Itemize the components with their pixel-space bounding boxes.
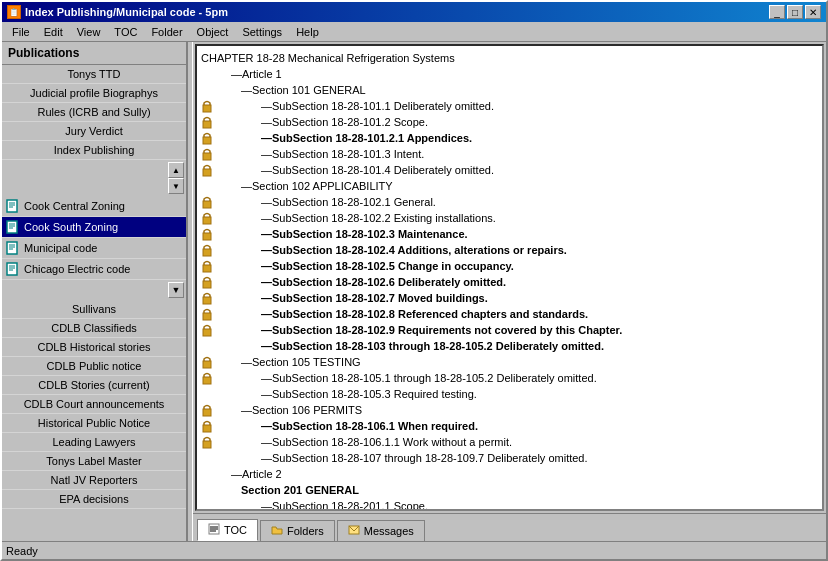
pub-item-jury[interactable]: Jury Verdict — [2, 122, 186, 141]
content-area[interactable]: CHAPTER 18-28 Mechanical Refrigeration S… — [195, 44, 824, 511]
locks-column — [201, 66, 221, 511]
chapter-header: CHAPTER 18-28 Mechanical Refrigeration S… — [201, 50, 818, 66]
tree-sub102-4[interactable]: —SubSection 18-28-102.4 Additions, alter… — [221, 242, 818, 258]
list-item-cdlb-classifieds[interactable]: CDLB Classifieds — [2, 319, 186, 338]
lock-icon — [201, 131, 213, 145]
nav-scroll-up-button[interactable]: ▲ — [168, 162, 184, 178]
menu-view[interactable]: View — [71, 24, 107, 40]
tree-section102[interactable]: —Section 102 APPLICABILITY — [221, 178, 818, 194]
menu-edit[interactable]: Edit — [38, 24, 69, 40]
list-item-cdlb-court[interactable]: CDLB Court announcements — [2, 395, 186, 414]
pub-item-tonys[interactable]: Tonys TTD — [2, 65, 186, 84]
svg-rect-31 — [203, 377, 211, 384]
tree-sub102-8[interactable]: —SubSection 18-28-102.8 Referenced chapt… — [221, 306, 818, 322]
tree-section101[interactable]: —Section 101 GENERAL — [221, 82, 818, 98]
right-panel: CHAPTER 18-28 Mechanical Refrigeration S… — [193, 42, 826, 541]
tab-folders[interactable]: Folders — [260, 520, 335, 541]
tree-section105[interactable]: —Section 105 TESTING — [221, 354, 818, 370]
menu-help[interactable]: Help — [290, 24, 325, 40]
tree-sub105-3[interactable]: —SubSection 18-28-105.3 Required testing… — [221, 386, 818, 402]
tree-sub102-2[interactable]: —SubSection 18-28-102.2 Existing install… — [221, 210, 818, 226]
svg-rect-27 — [203, 297, 211, 304]
pub-item-judicial[interactable]: Judicial profile Biographys — [2, 84, 186, 103]
svg-rect-20 — [203, 169, 211, 176]
maximize-button[interactable]: □ — [787, 5, 803, 19]
svg-rect-23 — [203, 233, 211, 240]
menu-file[interactable]: File — [6, 24, 36, 40]
list-item-natl-jv[interactable]: Natl JV Reporters — [2, 471, 186, 490]
message-tab-icon — [348, 524, 360, 538]
lock-icon — [201, 403, 213, 417]
tree-sub106-107[interactable]: —SubSection 18-28-107 through 18-28-109.… — [221, 450, 818, 466]
svg-rect-28 — [203, 313, 211, 320]
tree-sub101-21[interactable]: —SubSection 18-28-101.2.1 Appendices. — [221, 130, 818, 146]
svg-rect-32 — [203, 409, 211, 416]
tree-sub101-4[interactable]: —SubSection 18-28-101.4 Deliberately omi… — [221, 162, 818, 178]
tree-sub106-1[interactable]: —SubSection 18-28-106.1 When required. — [221, 418, 818, 434]
main-window: 📋 Index Publishing/Municipal code - 5pm … — [0, 0, 828, 561]
panel-header: Publications — [2, 42, 186, 65]
tree-sub102-3[interactable]: —SubSection 18-28-102.3 Maintenance. — [221, 226, 818, 242]
list-item-cdlb-public[interactable]: CDLB Public notice — [2, 357, 186, 376]
close-button[interactable]: ✕ — [805, 5, 821, 19]
lock-icon — [201, 259, 213, 273]
svg-rect-0 — [7, 200, 17, 212]
list-item-leading-lawyers[interactable]: Leading Lawyers — [2, 433, 186, 452]
nav-item-cook-central[interactable]: Cook Central Zoning — [2, 196, 186, 217]
lock-icon — [201, 291, 213, 305]
menu-folder[interactable]: Folder — [145, 24, 188, 40]
lock-icon — [201, 99, 213, 113]
tree-article1[interactable]: —Article 1 — [221, 66, 818, 82]
menu-settings[interactable]: Settings — [236, 24, 288, 40]
list-item-cdlb-stories[interactable]: CDLB Stories (current) — [2, 376, 186, 395]
minimize-button[interactable]: _ — [769, 5, 785, 19]
list-item-sullivans[interactable]: Sullivans — [2, 300, 186, 319]
tree-section106[interactable]: —Section 106 PERMITS — [221, 402, 818, 418]
tree-sub101-3[interactable]: —SubSection 18-28-101.3 Intent. — [221, 146, 818, 162]
nav-scroll-down-button[interactable]: ▼ — [168, 178, 184, 194]
panel-list[interactable]: Tonys TTD Judicial profile Biographys Ru… — [2, 65, 186, 541]
list-item-epa[interactable]: EPA decisions — [2, 490, 186, 509]
lock-icon — [201, 323, 213, 337]
svg-rect-21 — [203, 201, 211, 208]
lock-icon — [201, 115, 213, 129]
menu-toc[interactable]: TOC — [108, 24, 143, 40]
pub-item-rules[interactable]: Rules (ICRB and Sully) — [2, 103, 186, 122]
tree-sub102-9[interactable]: —SubSection 18-28-102.9 Requirements not… — [221, 322, 818, 338]
doc-icon-cook-south — [6, 220, 20, 234]
svg-rect-24 — [203, 249, 211, 256]
tree-sub102-6[interactable]: —SubSection 18-28-102.6 Deliberately omi… — [221, 274, 818, 290]
tree-sub101-2[interactable]: —SubSection 18-28-101.2 Scope. — [221, 114, 818, 130]
list-scroll-down-button[interactable]: ▼ — [168, 282, 184, 298]
lock-icon — [201, 163, 213, 177]
tree-sub106-11[interactable]: —SubSection 18-28-106.1.1 Work without a… — [221, 434, 818, 450]
svg-rect-25 — [203, 265, 211, 272]
tree-sub102-103[interactable]: —SubSection 18-28-103 through 18-28-105.… — [221, 338, 818, 354]
svg-rect-19 — [203, 153, 211, 160]
doc-icon-municipal — [6, 241, 20, 255]
nav-item-chicago[interactable]: Chicago Electric code — [2, 259, 186, 280]
tab-messages[interactable]: Messages — [337, 520, 425, 541]
tree-sub102-7[interactable]: —SubSection 18-28-102.7 Moved buildings. — [221, 290, 818, 306]
tab-toc[interactable]: TOC — [197, 519, 258, 541]
tree-sub105-1[interactable]: —SubSection 18-28-105.1 through 18-28-10… — [221, 370, 818, 386]
menu-object[interactable]: Object — [191, 24, 235, 40]
tree-sub102-1[interactable]: —SubSection 18-28-102.1 General. — [221, 194, 818, 210]
lock-icon — [201, 307, 213, 321]
nav-item-cook-south[interactable]: Cook South Zoning — [2, 217, 186, 238]
svg-rect-33 — [203, 425, 211, 432]
doc-icon-cook-central — [6, 199, 20, 213]
list-item-historical-public[interactable]: Historical Public Notice — [2, 414, 186, 433]
tree-sub201-1[interactable]: —SubSection 18-28-201.1 Scope. — [221, 498, 818, 511]
pub-item-index[interactable]: Index Publishing — [2, 141, 186, 160]
tree-sub101-1[interactable]: —SubSection 18-28-101.1 Deliberately omi… — [221, 98, 818, 114]
list-item-cdlb-historical[interactable]: CDLB Historical stories — [2, 338, 186, 357]
tree-section201[interactable]: Section 201 GENERAL — [221, 482, 818, 498]
tab-toc-label: TOC — [224, 524, 247, 536]
list-item-tonys-label[interactable]: Tonys Label Master — [2, 452, 186, 471]
tree-sub102-5[interactable]: —SubSection 18-28-102.5 Change in occupa… — [221, 258, 818, 274]
titlebar: 📋 Index Publishing/Municipal code - 5pm … — [2, 2, 826, 22]
lock-icon — [201, 355, 213, 369]
nav-item-municipal[interactable]: Municipal code — [2, 238, 186, 259]
tree-article2[interactable]: —Article 2 — [221, 466, 818, 482]
